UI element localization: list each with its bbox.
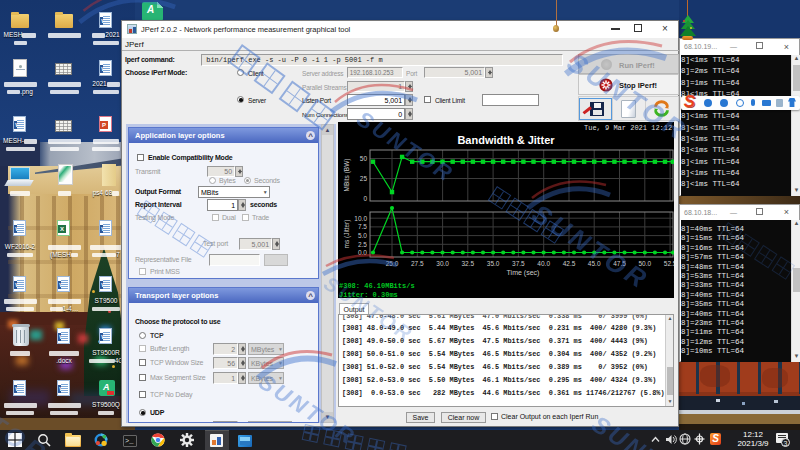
svg-text:ms (Jitter): ms (Jitter)	[343, 220, 351, 249]
svg-text:Jitter: 0.30ms: Jitter: 0.30ms	[339, 291, 398, 298]
svg-text:MBits (BW): MBits (BW)	[343, 159, 351, 192]
svg-text:40.0: 40.0	[537, 260, 550, 267]
svg-text:47.5: 47.5	[613, 260, 626, 267]
svg-text:7.5: 7.5	[358, 223, 367, 230]
svg-text:42.5: 42.5	[563, 260, 576, 267]
svg-text:27.5: 27.5	[411, 260, 424, 267]
svg-text:10.0: 10.0	[354, 215, 367, 222]
svg-text:0: 0	[363, 195, 367, 202]
svg-text:0.0: 0.0	[358, 249, 367, 256]
svg-text:30.0: 30.0	[436, 260, 449, 267]
svg-text:35.0: 35.0	[487, 260, 500, 267]
svg-text:25.0: 25.0	[386, 260, 399, 267]
svg-text:Bandwidth & Jitter: Bandwidth & Jitter	[457, 134, 555, 146]
svg-text:25: 25	[360, 175, 368, 182]
svg-text:Tue, 9 Mar 2021 12:12:0: Tue, 9 Mar 2021 12:12:0	[584, 124, 674, 132]
svg-text:2.5: 2.5	[358, 241, 367, 248]
svg-text:50.0: 50.0	[638, 260, 651, 267]
svg-text:45.0: 45.0	[588, 260, 601, 267]
svg-text:#308: 46.10MBits/s: #308: 46.10MBits/s	[339, 282, 415, 290]
svg-text:5.0: 5.0	[358, 232, 367, 239]
svg-text:52.5: 52.5	[664, 260, 674, 267]
svg-text:37.5: 37.5	[512, 260, 525, 267]
svg-text:32.5: 32.5	[461, 260, 474, 267]
svg-text:50: 50	[360, 155, 368, 162]
svg-text:Time (sec): Time (sec)	[507, 269, 540, 277]
